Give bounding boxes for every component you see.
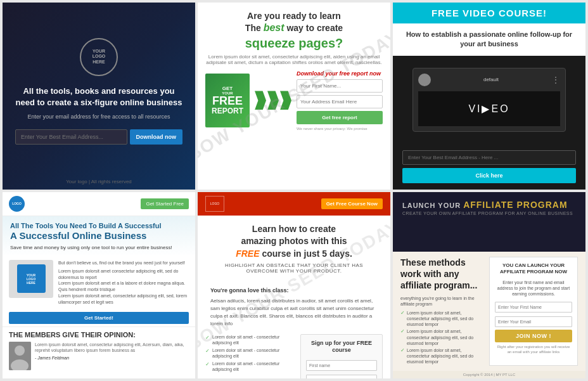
cell2-content-row: GET YOUR FREE REPORT Download your free …	[205, 70, 383, 131]
cell4-member-avatar	[9, 342, 31, 370]
cell5-logo: LOGO	[205, 196, 224, 212]
cell5-gonna: You're gonna love this class: Aelsan adi…	[198, 284, 390, 330]
cell6-top-heading: LAUNCH YOUR AFFILIATE PROGRAM	[402, 200, 576, 210]
cell6-footer: Copyright © 2014 | MY PT LLC	[393, 371, 585, 378]
cell4-content: YOUR LOGO HERE But don't believe us, fin…	[3, 256, 195, 309]
cell4-member-content: Lorem ipsum dolorsit amet, consectetur a…	[35, 342, 189, 370]
cell3-video-area: default ⋮ VI▶EO	[393, 56, 585, 144]
arrow-1	[255, 91, 266, 110]
cell5-logo-area: LOGO	[205, 196, 224, 212]
cell6-check-2: ✓ Lorem ipsum dolor sit amet, consectetu…	[400, 328, 483, 345]
checkmark-1-icon: ✓	[205, 335, 210, 340]
cell6-top-section: LAUNCH YOUR AFFILIATE PROGRAM CREATE YOU…	[393, 192, 585, 252]
cell1-footer: Your logo | All rights reserved	[66, 179, 132, 184]
cell4-desc: But don't believe us, find out the brand…	[58, 260, 189, 306]
cell2-arrows	[255, 91, 291, 110]
cell5-check-2: ✓ Lorem dolor sit amet - consectetur adi…	[205, 347, 293, 359]
cell6-fine-print: Right after your registration you will r…	[495, 345, 572, 355]
cell-free-report: SOW YOUR SEED TODAY Are you ready to lea…	[198, 3, 390, 190]
cell2-firstname-input[interactable]	[297, 79, 383, 93]
cell4-desc-text: But don't believe us, find out the brand…	[58, 260, 189, 266]
cell2-subtitle: Lorem ipsum dolor sit amet, consectetur …	[205, 54, 383, 65]
cell2-heading: Are you ready to learn The best way to c…	[245, 10, 343, 51]
cell3-video-player: default ⋮ VI▶EO	[412, 68, 565, 132]
cell3-more-icon[interactable]: ⋮	[551, 75, 560, 85]
cell-photos-course: SOW YOUR SEED TODAY LOGO Get Free Course…	[198, 192, 390, 379]
cell3-title: How to establish a passionate online fol…	[402, 30, 576, 49]
cell1-download-button[interactable]: Download now	[130, 129, 183, 145]
cell4-hero-h1: A Successful Online Business	[10, 230, 188, 242]
cell6-checkmark-2-icon: ✓	[400, 328, 405, 334]
cell6-firstname-input[interactable]	[495, 302, 572, 313]
cell4-nav-button[interactable]: Get Started Free	[141, 198, 189, 209]
cell6-form-subtext: Enter your first name and email address …	[495, 280, 572, 297]
cell5-top-bar: LOGO Get Free Course Now	[198, 192, 390, 216]
cell5-highlight: HIGHLIGHT AN OBSTACLE THAT YOUR CLIENT H…	[210, 262, 378, 274]
cell4-device-image: YOUR LOGO HERE	[9, 260, 53, 298]
cell4-members-title: THE MEMBERS GIVE THEIR OPINION:	[9, 331, 189, 339]
cell6-main-content: These methods work with any affiliate pr…	[393, 252, 585, 371]
cell-online-business: LOGO Get Started Free All The Tools You …	[3, 192, 195, 379]
cell5-gonna-title: You're gonna love this class:	[210, 287, 378, 295]
cell6-email-input[interactable]	[495, 316, 572, 327]
cell6-right-form: YOU CAN LAUNCH YOUR AFFILIATE PROGRAM NO…	[489, 257, 578, 366]
cell4-started-button[interactable]: Get Started!	[9, 312, 189, 324]
cell6-left-text: These methods work with any affiliate pr…	[400, 257, 483, 366]
cell5-signup-box: Sign up for your FREE course Get immedia…	[300, 334, 383, 378]
cell3-avatar	[418, 74, 431, 86]
cell5-check-3: ✓ Lorem dolor sit amet - consectetur adi…	[205, 361, 293, 372]
cell6-left-p: everything you're going to learn in the …	[400, 295, 483, 308]
cell2-privacy: We never share your privacy: We promise	[297, 127, 383, 131]
main-grid: YOUR LOGO HERE All the tools, books and …	[0, 0, 588, 381]
cell6-left-heading: These methods work with any affiliate pr…	[400, 257, 483, 292]
cell2-book-image: GET YOUR FREE REPORT	[205, 74, 250, 127]
cell5-hero-heading: Learn how to create amazing photos with …	[210, 223, 378, 261]
cell5-bottom-row: ✓ Lorem dolor sit amet - consectetur adi…	[198, 330, 390, 378]
cell6-check-text-2: Lorem ipsum dolor sit amet, consectetur …	[407, 328, 483, 345]
cell6-check-3: ✓ Lorem ipsum dolor sit amet, consectetu…	[400, 347, 483, 365]
cell3-email-input[interactable]	[402, 150, 576, 165]
cell4-member-row: Lorem ipsum dolorsit amet, consectetur a…	[9, 342, 189, 370]
cell5-email-input[interactable]	[306, 375, 377, 378]
cell1-email-input[interactable]	[15, 129, 127, 145]
cell2-email-input[interactable]	[297, 95, 383, 108]
cell3-top-bar: FREE VIDEO COURSE!	[393, 3, 585, 23]
cell5-firstname-input[interactable]	[306, 360, 377, 371]
cell3-player-name: default	[483, 77, 499, 82]
svg-point-1	[15, 345, 25, 356]
cell-affiliate-program: LAUNCH YOUR AFFILIATE PROGRAM CREATE YOU…	[393, 192, 585, 379]
cell6-check-text-1: Lorem ipsum dolor sit amet, consectetur …	[407, 310, 483, 327]
cell6-check-text-3: Lorem ipsum dolor sit amet, consectetur …	[407, 347, 483, 365]
cell2-submit-button[interactable]: Get free report	[297, 111, 383, 124]
cell3-email-area: Click here	[393, 144, 585, 190]
cell3-title-area: How to establish a passionate online fol…	[393, 23, 585, 56]
cell2-form: Download your free report now Get free r…	[297, 70, 383, 131]
cell4-hero: All The Tools You Need To Build A Succes…	[3, 216, 195, 256]
cell4-member-name: - James Feldman	[35, 356, 189, 360]
cell3-video-display[interactable]: VI▶EO	[418, 91, 559, 126]
cell1-subtext: Enter your email address for free access…	[27, 113, 170, 120]
cell4-logo: LOGO	[9, 196, 25, 212]
cell5-top-button[interactable]: Get Free Course Now	[321, 198, 383, 209]
cell-six-figure: YOUR LOGO HERE All the tools, books and …	[3, 3, 195, 190]
cell5-gonna-text: Aelsan adilucis, lorem said distributes …	[210, 297, 378, 328]
cell-video-course: FREE VIDEO COURSE! How to establish a pa…	[393, 3, 585, 190]
cell4-members: THE MEMBERS GIVE THEIR OPINION: Lorem ip…	[3, 326, 195, 374]
cell5-check-text-2: Lorem dolor sit amet - consectetur adipi…	[212, 347, 293, 359]
cell3-click-button[interactable]: Click here	[402, 168, 576, 183]
arrow-3	[280, 91, 291, 110]
cell4-hero-subtext: Save time and money by using only one to…	[10, 244, 188, 251]
cell5-hero: Learn how to create amazing photos with …	[198, 216, 390, 285]
cell6-checkmark-1-icon: ✓	[400, 310, 405, 316]
cell6-tagline: CREATE YOUR OWN AFFILIATE PROGRAM FOR AN…	[402, 211, 576, 216]
checkmark-3-icon: ✓	[205, 361, 210, 367]
cell6-checkmark-3-icon: ✓	[400, 347, 405, 353]
cell1-headline: All the tools, books and resources you n…	[15, 86, 182, 108]
checkmark-2-icon: ✓	[205, 348, 210, 354]
cell6-join-button[interactable]: JOIN NOW !	[495, 330, 572, 342]
cell4-list-3: Lorem ipsum dolorsit amet, consectetur a…	[58, 293, 189, 306]
cell2-download-text: Download your free report now	[297, 70, 383, 77]
arrow-2	[267, 91, 279, 110]
cell5-checklist: ✓ Lorem dolor sit amet - consectetur adi…	[205, 334, 293, 378]
cell4-list-1: Lorem ipsum dolorsit amet consectetur ad…	[58, 268, 189, 281]
